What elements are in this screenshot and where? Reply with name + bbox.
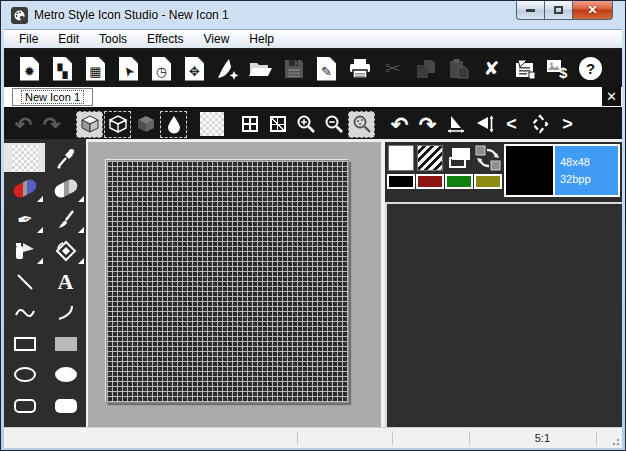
- tool-rectangle[interactable]: [4, 329, 45, 358]
- ellipse-filled-icon: [55, 367, 77, 382]
- rounded-rectangle-filled-icon: [55, 399, 77, 413]
- fit-view-button[interactable]: [526, 111, 553, 138]
- rotate-right-button[interactable]: ↷: [414, 111, 441, 138]
- delete-button[interactable]: ✘: [476, 53, 507, 84]
- diamond-arrows-icon: [530, 114, 550, 134]
- minimize-button[interactable]: [516, 1, 545, 20]
- new-template-icon-button[interactable]: ▚: [47, 53, 78, 84]
- new-multisize-icon-button[interactable]: ✥: [179, 53, 210, 84]
- flyout-triangle: [78, 227, 84, 233]
- new-template-icon: ▚: [53, 57, 72, 81]
- edit-doc-icon: ✎: [317, 57, 336, 81]
- palette-swatch-olive[interactable]: [474, 174, 502, 189]
- tool-filled-rectangle[interactable]: [45, 329, 86, 358]
- tool-fill[interactable]: [45, 236, 86, 265]
- preview-solid-cube-button[interactable]: [76, 111, 103, 138]
- tool-text[interactable]: A: [45, 267, 86, 296]
- swap-colors-button[interactable]: [474, 144, 502, 172]
- right-panel: 48x48 32bpp: [385, 139, 622, 427]
- redo-button[interactable]: ↷: [38, 111, 65, 138]
- flyout-triangle: [78, 258, 84, 264]
- close-button[interactable]: ✕: [572, 1, 613, 20]
- tool-filled-rounded-rectangle[interactable]: [45, 391, 86, 420]
- new-blank-icon: ✹: [20, 57, 39, 81]
- foreground-background-indicator[interactable]: [445, 144, 473, 172]
- maximize-button[interactable]: [545, 1, 572, 20]
- undo-button[interactable]: ↶: [10, 111, 37, 138]
- statusbar-separator: [392, 431, 393, 445]
- main-toolbar: ✹ ▚ ▦ ➤ ◷ ✥ ✎: [4, 50, 622, 87]
- cube-gray-icon: [136, 115, 156, 134]
- new-library-icon: ▦: [86, 57, 105, 81]
- printer-icon: [348, 58, 372, 80]
- tool-curve[interactable]: [4, 298, 45, 327]
- redo-icon: ↷: [43, 114, 61, 135]
- tool-pen[interactable]: ✒: [4, 205, 45, 234]
- menu-effects[interactable]: Effects: [137, 30, 193, 48]
- tool-airbrush[interactable]: [4, 236, 45, 265]
- tool-arc[interactable]: [45, 298, 86, 327]
- new-blank-icon-button[interactable]: ✹: [14, 53, 45, 84]
- feedback-button[interactable]: [509, 53, 540, 84]
- palette-swatch-green[interactable]: [445, 174, 473, 189]
- secondary-color-swatch[interactable]: [416, 144, 444, 172]
- tool-transparent-color[interactable]: [4, 143, 45, 172]
- save-button[interactable]: [278, 53, 309, 84]
- tool-rounded-rectangle[interactable]: [4, 391, 45, 420]
- next-image-button[interactable]: >: [554, 111, 581, 138]
- wizard-button[interactable]: [212, 53, 243, 84]
- flip-horizontal-button[interactable]: [442, 111, 469, 138]
- format-list-item-selected[interactable]: 48x48 32bpp: [504, 144, 620, 197]
- new-cursor-icon-button[interactable]: ➤: [113, 53, 144, 84]
- color-droplet-button[interactable]: [160, 111, 187, 138]
- flip-vertical-button[interactable]: [470, 111, 497, 138]
- menu-help[interactable]: Help: [239, 30, 284, 48]
- tool-line[interactable]: [4, 267, 45, 296]
- close-tab-button[interactable]: ✕: [602, 87, 621, 106]
- cut-button[interactable]: ✂: [377, 53, 408, 84]
- help-button[interactable]: ?: [575, 53, 606, 84]
- palette-swatch-black[interactable]: [387, 174, 415, 189]
- edit-document-button[interactable]: ✎: [311, 53, 342, 84]
- rotate-left-button[interactable]: ↶: [386, 111, 413, 138]
- zoom-in-button[interactable]: [292, 111, 319, 138]
- title-bar[interactable]: Metro Style Icon Studio - New Icon 1 ✕: [4, 1, 622, 29]
- magnify-preview-button[interactable]: [348, 111, 375, 138]
- menu-tools[interactable]: Tools: [89, 30, 137, 48]
- zoom-out-button[interactable]: [320, 111, 347, 138]
- tab-new-icon-1[interactable]: New Icon 1: [12, 88, 93, 106]
- statusbar-separator: [297, 431, 298, 445]
- purchase-button[interactable]: $: [542, 53, 573, 84]
- primary-color-swatch[interactable]: [387, 144, 415, 172]
- tool-palette: ✒: [4, 139, 86, 427]
- new-animated-cursor-button[interactable]: ◷: [146, 53, 177, 84]
- flip-horizontal-icon: [446, 114, 466, 134]
- tool-brush[interactable]: [45, 205, 86, 234]
- close-icon: ✕: [587, 3, 597, 17]
- copy-button[interactable]: [410, 53, 441, 84]
- preview-wireframe-cube-button[interactable]: [104, 111, 131, 138]
- transparency-pattern-button[interactable]: [198, 111, 225, 138]
- tool-eyedropper[interactable]: [45, 143, 86, 172]
- minimize-icon: [526, 9, 535, 12]
- palette-swatch-darkred[interactable]: [416, 174, 444, 189]
- paste-button[interactable]: [443, 53, 474, 84]
- tool-color-eraser[interactable]: [4, 174, 45, 203]
- show-pixel-grid-button[interactable]: [264, 111, 291, 138]
- resize-grip[interactable]: [610, 436, 620, 446]
- tool-ellipse[interactable]: [4, 360, 45, 389]
- menu-edit[interactable]: Edit: [48, 30, 89, 48]
- menu-file[interactable]: File: [9, 30, 48, 48]
- show-grid-button[interactable]: [236, 111, 263, 138]
- tool-filled-ellipse[interactable]: [45, 360, 86, 389]
- new-library-icon-button[interactable]: ▦: [80, 53, 111, 84]
- format-list-panel[interactable]: [385, 202, 622, 427]
- print-button[interactable]: [344, 53, 375, 84]
- open-button[interactable]: [245, 53, 276, 84]
- pixel-canvas[interactable]: [106, 160, 349, 403]
- previous-image-button[interactable]: <: [498, 111, 525, 138]
- preview-gray-cube-button[interactable]: [132, 111, 159, 138]
- menu-view[interactable]: View: [194, 30, 240, 48]
- tool-eraser[interactable]: [45, 174, 86, 203]
- rectangle-filled-icon: [55, 337, 77, 351]
